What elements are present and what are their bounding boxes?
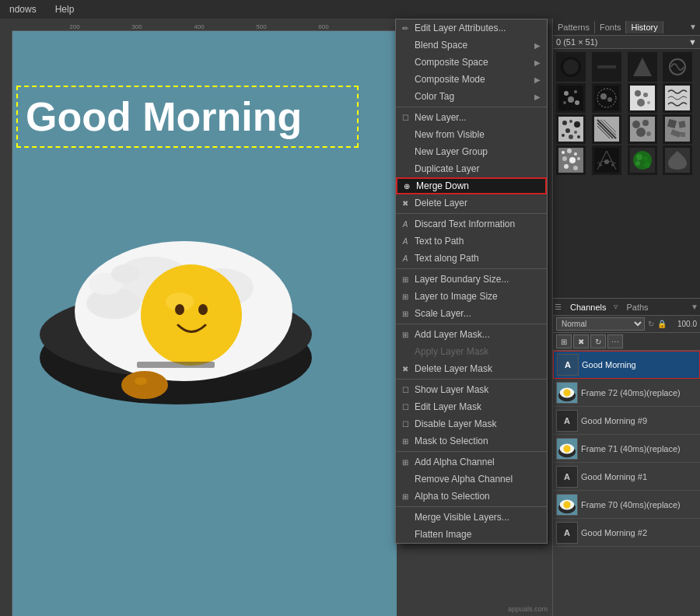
svg-point-9	[145, 268, 238, 362]
new-layer-icon: ☐	[399, 111, 411, 124]
brush-item[interactable]	[628, 83, 657, 113]
svg-point-26	[597, 89, 616, 107]
tab-history[interactable]: History	[626, 21, 663, 33]
svg-point-54	[562, 151, 565, 154]
ctx-merge-visible[interactable]: Merge Visible Layers...	[396, 509, 547, 526]
svg-point-37	[574, 131, 577, 134]
layer-name-good-morning-1: Good Morning #1	[581, 472, 697, 481]
context-menu: ✏ Edit Layer Attributes... Blend Space ▶…	[395, 19, 548, 544]
layer-item-frame-70[interactable]: Frame 70 (40ms)(replace)	[553, 491, 700, 519]
collapse-panel-btn[interactable]: ▼	[686, 21, 700, 33]
ctx-scale-layer[interactable]: ⊞ Scale Layer...	[396, 305, 547, 322]
ctx-edit-layer-attrs[interactable]: ✏ Edit Layer Attributes...	[396, 19, 547, 37]
layer-name-good-morning-9: Good Morning #9	[581, 416, 697, 425]
brush-item[interactable]	[663, 52, 692, 82]
ctx-merge-down[interactable]: ⊕ Merge Down	[396, 177, 547, 194]
brush-item[interactable]	[663, 145, 692, 175]
brush-item[interactable]	[592, 83, 621, 113]
ctx-layer-boundary[interactable]: ⊞ Layer Boundary Size...	[396, 271, 547, 288]
alpha-icon: ⊞	[399, 456, 411, 468]
blend-mode-select[interactable]: Normal Multiply Screen	[556, 317, 645, 331]
menu-windows[interactable]: ndows	[6, 2, 40, 16]
ctx-sep-5	[396, 379, 547, 380]
svg-line-45	[597, 126, 610, 138]
canvas-text: Good Morning	[26, 93, 302, 140]
ctx-new-from-visible[interactable]: New from Visible	[396, 126, 547, 143]
layer-item-good-morning-2[interactable]: A Good Morning #2	[553, 519, 700, 547]
brush-item[interactable]	[592, 145, 621, 175]
color-tag-arrow: ▶	[534, 93, 541, 101]
layer-item-frame-72[interactable]: Frame 72 (40ms)(replace)	[553, 379, 700, 407]
refresh-icon[interactable]: ↻	[648, 320, 654, 328]
ctx-duplicate-layer[interactable]: Duplicate Layer	[396, 160, 547, 177]
brush-item[interactable]	[628, 145, 657, 175]
refresh-layer-btn[interactable]: ↻	[590, 334, 606, 348]
ctx-blend-space[interactable]: Blend Space ▶	[396, 37, 547, 54]
ctx-add-alpha[interactable]: ⊞ Add Alpha Channel	[396, 453, 547, 471]
tab-channels[interactable]: Channels	[565, 301, 611, 313]
ctx-delete-mask[interactable]: ✖ Delete Layer Mask	[396, 360, 547, 377]
tab-fonts[interactable]: Fonts	[595, 21, 627, 33]
brush-item[interactable]	[556, 83, 586, 113]
ctx-new-layer[interactable]: ☐ New Layer...	[396, 109, 547, 126]
brush-collapse-btn[interactable]: ▼	[688, 37, 697, 47]
brush-item[interactable]	[556, 114, 586, 144]
ctx-edit-mask[interactable]: ☐ Edit Layer Mask	[396, 398, 547, 415]
tab-paths[interactable]: Paths	[621, 301, 653, 313]
text-icon-2: A	[399, 235, 411, 247]
brush-item[interactable]	[628, 114, 657, 144]
svg-point-61	[573, 166, 578, 170]
ctx-remove-alpha[interactable]: Remove Alpha Channel	[396, 471, 547, 488]
ctx-new-layer-label: New Layer...	[415, 112, 467, 123]
ctx-text-along-path[interactable]: A Text along Path	[396, 250, 547, 267]
layer-item-good-morning[interactable]: A Good Morning	[553, 351, 700, 379]
brush-item[interactable]	[663, 83, 692, 113]
more-layer-btn[interactable]: ⋯	[607, 334, 623, 348]
ctx-composite-space[interactable]: Composite Space ▶	[396, 54, 547, 71]
ctx-new-layer-group[interactable]: New Layer Group	[396, 143, 547, 160]
ctx-add-mask[interactable]: ⊞ Add Layer Mask...	[396, 326, 547, 343]
svg-point-55	[567, 149, 572, 153]
layers-list: A Good Morning Frame 72 (40ms)(replace) …	[553, 351, 700, 616]
svg-point-28	[607, 97, 612, 102]
ruler-tick-200: 200	[69, 23, 79, 30]
scale-icon: ⊞	[399, 307, 411, 320]
composite-mode-arrow: ▶	[534, 75, 541, 84]
ctx-alpha-selection[interactable]: ⊞ Alpha to Selection	[396, 488, 547, 505]
ctx-composite-mode[interactable]: Composite Mode ▶	[396, 71, 547, 88]
ctx-disable-mask[interactable]: ☐ Disable Layer Mask	[396, 415, 547, 432]
layer-item-good-morning-9[interactable]: A Good Morning #9	[553, 407, 700, 435]
tab-patterns[interactable]: Patterns	[553, 21, 595, 33]
svg-rect-50	[667, 119, 677, 128]
ctx-flatten[interactable]: Flatten Image	[396, 526, 547, 543]
ctx-delete-layer[interactable]: ✖ Delete Layer	[396, 194, 547, 212]
brush-item[interactable]	[556, 52, 586, 82]
svg-point-62	[599, 163, 602, 166]
copy-layer-btn[interactable]: ⊞	[556, 334, 572, 348]
menu-help[interactable]: Help	[52, 2, 78, 16]
image-canvas: Good Morning	[12, 31, 397, 616]
ctx-mask-selection[interactable]: ⊞ Mask to Selection	[396, 432, 547, 450]
svg-point-30	[643, 93, 648, 97]
brush-item[interactable]	[628, 52, 657, 82]
ctx-layer-to-image[interactable]: ⊞ Layer to Image Size	[396, 288, 547, 305]
brush-item[interactable]	[663, 114, 692, 144]
ctx-color-tag[interactable]: Color Tag ▶	[396, 88, 547, 105]
layer-name-good-morning: Good Morning	[582, 360, 696, 369]
delete-layer-btn[interactable]: ✖	[573, 334, 589, 348]
svg-point-32	[647, 101, 650, 104]
brush-title: 0 (51 × 51) ▼	[553, 36, 700, 49]
ctx-text-to-path[interactable]: A Text to Path	[396, 233, 547, 250]
brush-item[interactable]	[592, 52, 621, 82]
brush-item[interactable]	[592, 114, 621, 144]
egg-illustration	[36, 156, 331, 428]
watermark: appuals.com	[508, 605, 548, 613]
layer-item-frame-71[interactable]: Frame 71 (40ms)(replace)	[553, 435, 700, 463]
ctx-discard-text[interactable]: A Discard Text Information	[396, 215, 547, 233]
ctx-show-mask[interactable]: ☐ Show Layer Mask	[396, 381, 547, 398]
layer-item-good-morning-1[interactable]: A Good Morning #1	[553, 463, 700, 491]
lock-icon[interactable]: 🔒	[657, 320, 667, 328]
ctx-composite-mode-label: Composite Mode	[415, 74, 485, 85]
panel-menu-icon[interactable]: ▼	[689, 303, 700, 311]
brush-item[interactable]	[556, 145, 586, 175]
